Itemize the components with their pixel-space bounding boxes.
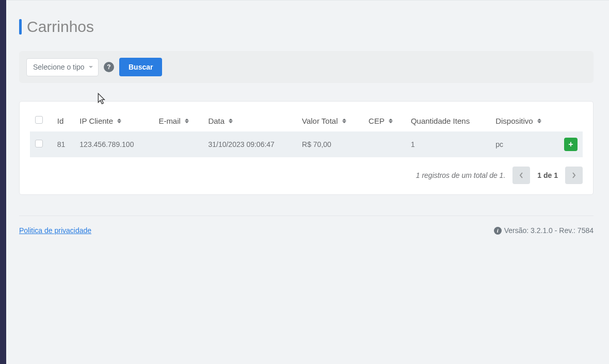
- carts-table: Id IP Cliente E-mail Data Valor Total CE…: [30, 112, 583, 157]
- page-footer: Politica de privacidade i Versão: 3.2.1.…: [19, 216, 594, 235]
- col-data[interactable]: Data: [203, 112, 297, 131]
- prev-page-button[interactable]: [512, 167, 530, 184]
- help-icon[interactable]: ?: [104, 62, 114, 72]
- version-info: i Versão: 3.2.1.0 - Rev.: 7584: [494, 226, 594, 235]
- filter-bar: Selecione o tipo ? Buscar: [19, 51, 594, 83]
- info-icon: i: [494, 227, 502, 235]
- sidebar-strip: [0, 0, 6, 364]
- expand-row-button[interactable]: +: [564, 138, 578, 151]
- table-row: 81 123.456.789.100 31/10/2023 09:06:47 R…: [30, 131, 583, 157]
- cell-quantidade-itens: 1: [406, 131, 490, 157]
- col-actions: [559, 112, 583, 131]
- version-text: Versão: 3.2.1.0 - Rev.: 7584: [504, 226, 594, 235]
- cell-data: 31/10/2023 09:06:47: [203, 131, 297, 157]
- type-select-label: Selecione o tipo: [33, 63, 85, 71]
- privacy-policy-link[interactable]: Politica de privacidade: [19, 226, 91, 235]
- col-cep[interactable]: CEP: [363, 112, 406, 131]
- sort-icon: [229, 119, 233, 123]
- records-count-text: 1 registros de um total de 1.: [416, 171, 506, 179]
- table-card: Id IP Cliente E-mail Data Valor Total CE…: [19, 101, 594, 195]
- chevron-down-icon: [89, 66, 93, 68]
- top-divider: [6, 0, 609, 1]
- next-page-button[interactable]: [565, 167, 583, 184]
- cell-email: [153, 131, 203, 157]
- main-content: Carrinhos Selecione o tipo ? Buscar Id I…: [6, 0, 609, 364]
- sort-icon: [342, 119, 346, 123]
- col-checkbox: [30, 112, 52, 131]
- col-dispositivo[interactable]: Dispositivo: [490, 112, 559, 131]
- cell-valor-total: R$ 70,00: [297, 131, 363, 157]
- page-indicator: 1 de 1: [537, 171, 558, 179]
- search-button[interactable]: Buscar: [119, 58, 162, 76]
- row-checkbox[interactable]: [35, 140, 43, 147]
- col-ip-cliente[interactable]: IP Cliente: [74, 112, 153, 131]
- cell-id: 81: [52, 131, 75, 157]
- sort-icon: [389, 119, 393, 123]
- table-footer: 1 registros de um total de 1. 1 de 1: [30, 167, 583, 184]
- col-quantidade-itens[interactable]: Quantidade Itens: [406, 112, 490, 131]
- cell-ip-cliente: 123.456.789.100: [74, 131, 153, 157]
- sort-icon: [185, 119, 189, 123]
- col-valor-total[interactable]: Valor Total: [297, 112, 363, 131]
- page-title-row: Carrinhos: [19, 18, 594, 36]
- type-select[interactable]: Selecione o tipo: [26, 58, 99, 76]
- sort-icon: [117, 119, 121, 123]
- title-accent-bar: [19, 19, 22, 35]
- cell-cep: [363, 131, 406, 157]
- col-email[interactable]: E-mail: [153, 112, 203, 131]
- cell-dispositivo: pc: [490, 131, 559, 157]
- sort-icon: [537, 119, 541, 123]
- col-id[interactable]: Id: [52, 112, 75, 131]
- chevron-right-icon: [572, 172, 576, 178]
- select-all-checkbox[interactable]: [35, 116, 43, 124]
- page-title: Carrinhos: [27, 18, 94, 36]
- chevron-left-icon: [519, 172, 523, 178]
